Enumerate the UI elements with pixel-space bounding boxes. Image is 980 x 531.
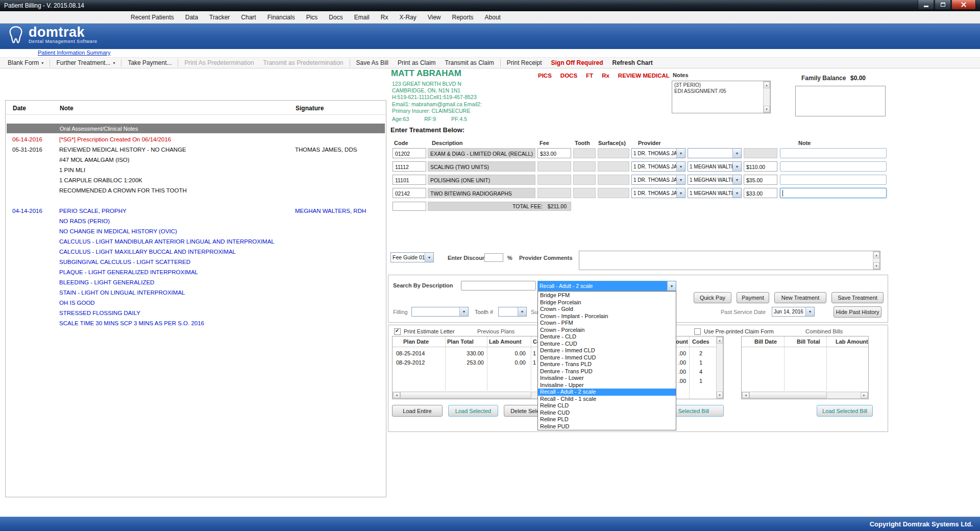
dropdown-option[interactable]: Reline PUD (538, 423, 676, 430)
treatment-code-input[interactable]: 11101 (393, 175, 426, 185)
menu-item[interactable]: Email (349, 11, 375, 23)
treatment-amount[interactable]: $33.00 (744, 188, 777, 198)
clinical-note-row[interactable]: SUBGINGIVAL CALCULUS - LIGHT SCATTERED (5, 257, 386, 268)
dropdown-option[interactable]: Recall - Child - 1 scale (538, 396, 676, 403)
load-selected-button[interactable]: Load Selected (448, 405, 498, 417)
menu-item[interactable]: View (422, 11, 447, 23)
treatment-note-input[interactable] (780, 148, 887, 158)
bills-hscrollbar[interactable]: ◂ ▸ (742, 392, 868, 399)
dropdown-option[interactable]: Denture - Immed CLD (538, 347, 676, 354)
provider1-dropdown[interactable]: 1 DR. THOMAS JAM▾ (631, 188, 685, 198)
discount-input[interactable] (484, 253, 503, 262)
treatment-tooth[interactable] (573, 148, 596, 158)
menu-item[interactable]: Pics (301, 11, 324, 23)
dropdown-option[interactable]: Reline PLD (538, 416, 676, 423)
quick-link[interactable]: FT (586, 73, 593, 79)
dropdown-option[interactable]: Bridge Porcelain (538, 299, 676, 306)
dropdown-option[interactable]: Reline CLD (538, 402, 676, 409)
patient-notes-box[interactable]: (3T PERIO)EDI ASSIGNMENT /05 ▴ ▾ (672, 81, 771, 113)
clinical-note-row[interactable]: PLAQUE - LIGHT GENERALIZED INTERPROXIMAL (5, 268, 386, 278)
toolbar-item[interactable]: Transmit as Claim (440, 59, 499, 66)
calendar-dropdown-icon[interactable]: ▾ (805, 307, 814, 316)
menu-item[interactable]: Reports (447, 11, 479, 23)
chevron-down-icon[interactable]: ▾ (732, 149, 741, 158)
clinical-note-row[interactable]: 04-14-2016 PERIO SCALE, PROPHY MEGHAN WA… (5, 206, 386, 216)
patient-info-summary-link[interactable]: Patient Information Summary (38, 50, 110, 56)
dropdown-option[interactable]: Denture - Immed CUD (538, 354, 676, 361)
quick-link[interactable]: Rx (602, 73, 609, 79)
clinical-note-row[interactable]: NO CHANGE IN MEDICAL HISTORY (OVIC) (5, 227, 386, 237)
scroll-down-icon[interactable]: ▾ (764, 106, 770, 112)
toolbar-item[interactable]: Save As Bill (352, 59, 393, 66)
current-plan-vscrollbar[interactable]: ▴ ▾ (716, 336, 723, 399)
toolbar-item[interactable]: Print As Predetermination (180, 59, 258, 66)
menu-item[interactable]: Rx (375, 11, 394, 23)
close-window-button[interactable] (951, 0, 976, 10)
treatment-surfaces[interactable] (598, 188, 629, 198)
provider2-dropdown[interactable]: 1 MEGHAN WALTE▾ (688, 161, 742, 172)
menu-item[interactable]: X-Ray (394, 11, 422, 23)
preprinted-claim-checkbox[interactable] (694, 328, 701, 337)
chevron-down-icon[interactable]: ▾ (425, 253, 433, 262)
provider2-dropdown[interactable]: 1 MEGHAN WALTE▾ (688, 175, 742, 185)
scroll-left-icon[interactable]: ◂ (742, 392, 749, 398)
dropdown-option[interactable]: Crown - Implant - Porcelain (538, 313, 676, 320)
fee-guide-dropdown[interactable]: Fee Guide 01 ▾ (390, 252, 434, 262)
dropdown-option[interactable]: Denture - CLD (538, 333, 676, 341)
provider2-dropdown[interactable]: 1 MEGHAN WALTE▾ (688, 188, 742, 198)
dropdown-option[interactable]: Denture - Trans PLD (538, 361, 676, 368)
dropdown-option[interactable]: Crown - PFM (538, 320, 676, 327)
menu-item[interactable]: Data (180, 11, 204, 23)
dropdown-option[interactable]: Invisaline - Upper (538, 382, 676, 389)
treatment-surfaces[interactable] (598, 148, 629, 158)
treatment-surfaces[interactable] (598, 161, 629, 172)
hide-past-history-button[interactable]: Hide Past History (834, 306, 881, 318)
toolbar-item[interactable]: Further Treatment... (52, 59, 119, 66)
treatment-note-input[interactable] (780, 188, 887, 198)
treatment-code-input[interactable]: 01202 (393, 148, 426, 158)
clinical-note-row[interactable]: OH IS GOOD (5, 298, 386, 308)
treatment-note-input[interactable] (780, 161, 887, 172)
treatment-tooth[interactable] (573, 188, 596, 198)
menu-item[interactable]: Recent Patients (125, 11, 180, 23)
filling-dropdown[interactable]: ▾ (411, 307, 469, 317)
clinical-note-row[interactable]: 06-14-2016 [*SG*] Prescription Created O… (5, 135, 386, 145)
menu-item[interactable]: About (479, 11, 506, 23)
chevron-down-icon[interactable]: ▾ (732, 188, 741, 198)
clinical-note-row[interactable]: CALCULUS - LIGHT MAXILLARY BUCCAL AND IN… (5, 247, 386, 257)
treatment-note-input[interactable] (780, 175, 887, 185)
toolbar-item[interactable]: Refresh Chart (608, 59, 657, 66)
notes-scrollbar[interactable]: ▴ ▾ (763, 81, 770, 113)
chevron-down-icon[interactable]: ▾ (732, 162, 741, 171)
chevron-down-icon[interactable]: ▾ (676, 149, 685, 158)
toolbar-item[interactable]: Print as Claim (393, 59, 440, 66)
clinical-note-row[interactable]: STRESSED FLOSSING DAILY (5, 308, 386, 319)
scroll-thumb[interactable] (400, 392, 531, 399)
tooth-number-dropdown[interactable]: ▾ (498, 307, 527, 317)
treatment-amount[interactable]: $35.00 (744, 175, 777, 185)
clinical-note-row[interactable]: NO RADS (PERIO) (5, 216, 386, 227)
scroll-right-icon[interactable]: ▸ (861, 392, 868, 398)
provider1-dropdown[interactable]: 1 DR. THOMAS JAM▾ (631, 148, 685, 158)
provider1-dropdown[interactable]: 1 DR. THOMAS JAM▾ (631, 175, 685, 185)
scroll-up-icon[interactable]: ▴ (717, 337, 723, 344)
dropdown-option[interactable]: Denture - CUD (538, 341, 676, 348)
payment-button[interactable]: Payment (737, 292, 769, 303)
treatment-fee[interactable] (537, 175, 571, 185)
chevron-down-icon[interactable]: ▾ (732, 175, 741, 184)
new-treatment-button[interactable]: New Treatment (774, 292, 826, 303)
chevron-down-icon[interactable]: ▾ (667, 281, 676, 291)
scroll-down-icon[interactable]: ▾ (717, 392, 723, 398)
treatment-tooth[interactable] (573, 161, 596, 172)
quick-link[interactable]: PICS (538, 73, 552, 79)
scroll-thumb[interactable] (749, 392, 827, 399)
load-entire-button[interactable]: Load Entire (392, 405, 443, 417)
search-input[interactable] (461, 281, 536, 291)
dropdown-option[interactable]: Denture - Trans PUD (538, 368, 676, 375)
clinical-note-row[interactable]: SCALE TIME 30 MINS SCP 3 MINS AS PER S.O… (5, 319, 386, 329)
treatment-surfaces[interactable] (598, 175, 629, 185)
provider2-dropdown[interactable]: ▾ (688, 148, 742, 158)
chevron-down-icon[interactable]: ▾ (676, 188, 685, 198)
treatment-code-input[interactable]: 02142 (393, 188, 426, 198)
chevron-down-icon[interactable]: ▾ (518, 307, 526, 316)
